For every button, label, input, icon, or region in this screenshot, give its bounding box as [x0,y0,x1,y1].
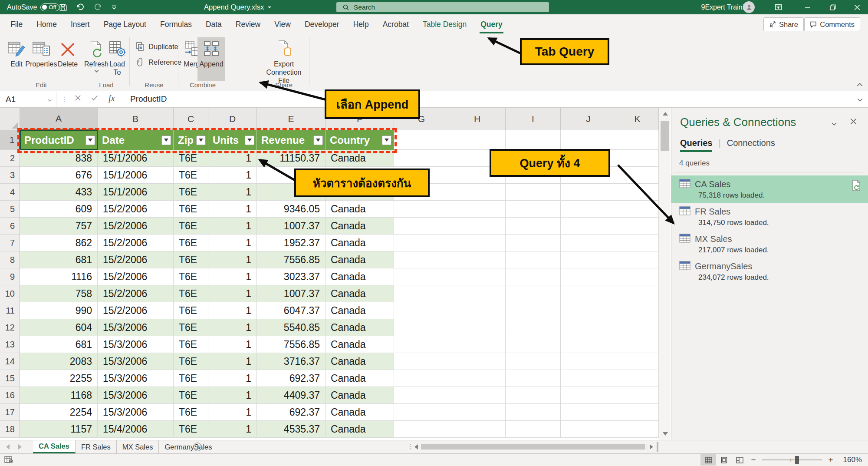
menu-tab-help[interactable]: Help [346,14,376,35]
sheet-tab-ca-sales[interactable]: CA Sales [33,440,76,453]
cell-F14[interactable]: Canada [326,353,394,370]
cell-H13[interactable] [449,336,506,353]
cell-G10[interactable] [394,285,449,302]
cell-H11[interactable] [449,302,506,319]
previous-sheet-button[interactable] [6,444,10,449]
cell-H9[interactable] [449,268,506,285]
normal-view-button[interactable] [700,454,716,466]
scroll-down-button[interactable] [659,429,671,439]
column-header-K[interactable]: K [616,108,659,130]
cell-E18[interactable]: 4535.37 [257,421,326,438]
cell-K15[interactable] [616,370,659,387]
cell-D15[interactable]: 1 [208,370,257,387]
enter-entry-button[interactable] [91,95,98,103]
menu-tab-view[interactable]: View [267,14,298,35]
cell-K13[interactable] [616,336,659,353]
cell-I5[interactable] [506,201,561,218]
cell-D18[interactable]: 1 [208,421,257,438]
cell-I13[interactable] [506,336,561,353]
tab-connections[interactable]: Connections [727,138,775,148]
query-item-germanysales[interactable]: GermanySales234,072 rows loaded. [671,258,868,285]
cell-H5[interactable] [449,201,506,218]
cell-I4[interactable] [506,184,561,201]
page-break-preview-button[interactable] [732,454,747,466]
cell-F11[interactable]: Canada [326,302,394,319]
column-header-B[interactable]: B [98,108,174,130]
cell-G14[interactable] [394,353,449,370]
macro-record-button[interactable] [4,456,13,465]
row-header-8[interactable]: 8 [0,251,20,268]
export-connection-file-button[interactable]: Export Connection File [261,37,306,85]
cell-F6[interactable]: Canada [326,218,394,235]
cell-H15[interactable] [449,370,506,387]
cell-A7[interactable]: 862 [20,235,98,251]
cell-B10[interactable]: 15/2/2006 [98,285,174,302]
cell-C4[interactable]: T6E [174,184,208,201]
search-input[interactable]: Search [336,2,549,12]
avatar[interactable] [743,1,755,13]
zoom-level-label[interactable]: 160% [837,456,862,464]
cell-B8[interactable]: 15/2/2006 [98,251,174,268]
cell-J7[interactable] [561,235,616,251]
load-to-button[interactable]: Load To [104,37,130,76]
undo-button[interactable] [73,0,88,14]
row-header-15[interactable]: 15 [0,370,20,387]
cell-C15[interactable]: T6E [174,370,208,387]
cell-D11[interactable]: 1 [208,302,257,319]
cell-F15[interactable]: Canada [326,370,394,387]
column-header-D[interactable]: D [208,108,257,130]
cell-A15[interactable]: 2255 [20,370,98,387]
new-sheet-button[interactable]: + [193,443,202,451]
column-header-H[interactable]: H [449,108,506,130]
vertical-scrollbar[interactable] [659,108,671,440]
cell-I9[interactable] [506,268,561,285]
cell-D12[interactable]: 1 [208,319,257,336]
cell-K8[interactable] [616,251,659,268]
append-button[interactable]: Append [197,37,225,81]
cell-G5[interactable] [394,201,449,218]
query-item-mx-sales[interactable]: MX Sales217,007 rows loaded. [671,230,868,258]
cell-J11[interactable] [561,302,616,319]
share-button[interactable]: Share [763,17,804,31]
cell-I7[interactable] [506,235,561,251]
cell-K7[interactable] [616,235,659,251]
cell-H16[interactable] [449,387,506,404]
quick-access-toolbar-button[interactable] [107,0,122,14]
cell-F5[interactable]: Canada [326,201,394,218]
menu-tab-page-layout[interactable]: Page Layout [97,14,153,35]
cell-A12[interactable]: 604 [20,319,98,336]
menu-tab-insert[interactable]: Insert [64,14,97,35]
cell-H10[interactable] [449,285,506,302]
row-header-12[interactable]: 12 [0,319,20,336]
expand-formula-bar-button[interactable] [857,96,863,104]
cell-I14[interactable] [506,353,561,370]
cell-J14[interactable] [561,353,616,370]
cell-K10[interactable] [616,285,659,302]
row-header-6[interactable]: 6 [0,218,20,235]
cell-G8[interactable] [394,251,449,268]
cell-D9[interactable]: 1 [208,268,257,285]
cell-F10[interactable]: Canada [326,285,394,302]
cell-B12[interactable]: 15/3/2006 [98,319,174,336]
zoom-slider[interactable]: + [760,454,825,466]
collapse-ribbon-button[interactable] [857,80,863,88]
cell-E10[interactable]: 1007.37 [257,285,326,302]
column-header-E[interactable]: E [257,108,326,130]
cell-B13[interactable]: 15/3/2006 [98,336,174,353]
row-header-5[interactable]: 5 [0,201,20,218]
cell-B4[interactable]: 15/1/2006 [98,184,174,201]
cell-J5[interactable] [561,201,616,218]
cell-D14[interactable]: 1 [208,353,257,370]
column-header-A[interactable]: A [20,108,98,130]
scroll-left-button[interactable] [414,444,418,449]
cell-J16[interactable] [561,387,616,404]
cell-B18[interactable]: 15/4/2006 [98,421,174,438]
cell-F12[interactable]: Canada [326,319,394,336]
cell-F13[interactable]: Canada [326,336,394,353]
reference-button[interactable]: Reference [135,56,181,68]
cell-H1[interactable] [449,130,506,150]
cell-H8[interactable] [449,251,506,268]
cell-A9[interactable]: 1116 [20,268,98,285]
ribbon-display-options-button[interactable] [771,0,786,14]
zoom-slider-thumb[interactable] [795,456,799,464]
